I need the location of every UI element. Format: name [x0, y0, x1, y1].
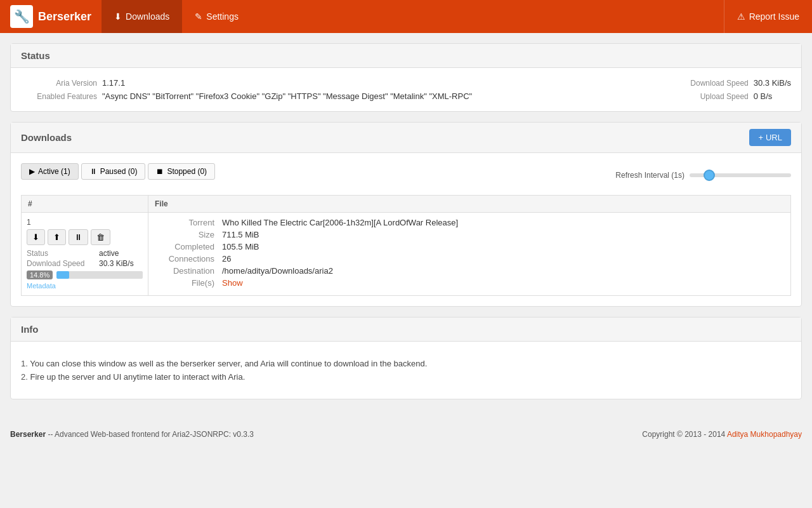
stopped-tab-icon: ⏹ [156, 167, 164, 176]
download-button[interactable]: ⬇ [27, 229, 45, 245]
refresh-interval-slider[interactable] [690, 173, 791, 177]
size-value: 711.5 MiB [222, 230, 259, 239]
status-right: Download Speed 30.3 KiB/s Upload Speed 0… [672, 78, 791, 101]
downloads-card-header: Downloads + URL [11, 123, 801, 153]
tab-paused[interactable]: ⏸ Paused (0) [81, 163, 146, 180]
refresh-interval-row: Refresh Interval (1s) [615, 171, 791, 180]
destination-value: /home/aditya/Downloads/aria2 [222, 266, 333, 276]
size-label: Size [159, 230, 222, 239]
info-item-1: You can close this window as well as the… [21, 357, 791, 370]
progress-bar-inner [56, 271, 69, 279]
completed-value: 105.5 MiB [222, 242, 259, 251]
downloads-card: Downloads + URL ▶ Active (1) ⏸ Paused (0… [10, 122, 802, 307]
main-content: Status Aria Version 1.17.1 Enabled Featu… [0, 33, 812, 420]
file-files-row: File(s) Show [159, 278, 780, 288]
file-destination-row: Destination /home/aditya/Downloads/aria2 [159, 266, 780, 276]
download-speed-label: Download Speed [672, 79, 749, 88]
footer: Berserker -- Advanced Web-based frontend… [0, 420, 812, 449]
nav-links: ⬇ Downloads ✎ Settings [102, 0, 251, 33]
dl-status-label: Status [27, 249, 96, 258]
brand-icon: 🔧 [10, 5, 33, 28]
nav-downloads-label: Downloads [126, 11, 169, 22]
progress-container: 14.8% [27, 271, 143, 279]
upload-speed-label: Upload Speed [672, 92, 749, 101]
brand-link[interactable]: 🔧 Berserker [0, 0, 102, 33]
nav-right: ⚠ Report Issue [724, 0, 812, 33]
dl-status-row: Status active [27, 249, 143, 258]
downloads-card-body: ▶ Active (1) ⏸ Paused (0) ⏹ Stopped (0) … [11, 153, 801, 306]
status-grid: Aria Version 1.17.1 Enabled Features "As… [21, 78, 791, 101]
tabs-and-refresh: ▶ Active (1) ⏸ Paused (0) ⏹ Stopped (0) … [21, 163, 791, 187]
table-row: 1 ⬇ ⬆ ⏸ 🗑 Status active [22, 213, 791, 296]
progress-bar-outer [56, 271, 143, 279]
download-right-cell: Torrent Who Killed The Electric Car[2006… [148, 213, 791, 296]
info-item-2: Fire up the server and UI anytime later … [21, 370, 791, 384]
navbar: 🔧 Berserker ⬇ Downloads ✎ Settings ⚠ Rep… [0, 0, 812, 33]
col-file-header: File [148, 196, 791, 213]
active-tab-label: Active (1) [38, 167, 70, 176]
aria-version-value: 1.17.1 [102, 78, 125, 88]
status-title: Status [21, 50, 50, 61]
footer-copyright: Copyright © 2013 - 2014 [642, 430, 727, 439]
enabled-features-label: Enabled Features [21, 92, 97, 101]
info-list: You can close this window as well as the… [21, 352, 791, 389]
nav-settings[interactable]: ✎ Settings [182, 0, 251, 33]
footer-brand: Berserker [10, 430, 46, 439]
progress-badge: 14.8% [27, 271, 53, 279]
torrent-label: Torrent [159, 218, 222, 227]
downloads-table: # File 1 ⬇ ⬆ ⏸ 🗑 [21, 195, 791, 296]
dl-speed-value: 30.3 KiB/s [99, 259, 134, 268]
file-connections-row: Connections 26 [159, 254, 780, 264]
paused-tab-icon: ⏸ [89, 167, 97, 176]
status-card: Status Aria Version 1.17.1 Enabled Featu… [10, 43, 802, 112]
downloads-table-head: # File [22, 196, 791, 213]
status-left: Aria Version 1.17.1 Enabled Features "As… [21, 78, 472, 101]
status-card-header: Status [11, 44, 801, 68]
tab-active[interactable]: ▶ Active (1) [21, 163, 79, 180]
upload-speed-value: 0 B/s [754, 91, 773, 101]
torrent-value: Who Killed The Electric Car[2006-1h32m][… [222, 218, 458, 227]
upload-button[interactable]: ⬆ [48, 229, 66, 245]
dl-speed-label: Download Speed [27, 259, 96, 268]
brand-name: Berserker [38, 10, 91, 23]
nav-downloads[interactable]: ⬇ Downloads [102, 0, 182, 33]
paused-tab-label: Paused (0) [100, 167, 138, 176]
enabled-features-value: "Async DNS" "BitTorrent" "Firefox3 Cooki… [102, 91, 472, 101]
files-show-link[interactable]: Show [222, 278, 243, 288]
download-icon: ⬇ [114, 11, 122, 22]
footer-author-link[interactable]: Aditya Mukhopadhyay [727, 430, 802, 439]
footer-tagline: -- Advanced Web-based frontend for Aria2… [46, 430, 254, 439]
status-aria-version-row: Aria Version 1.17.1 [21, 78, 472, 88]
url-button-label: URL [766, 133, 782, 142]
delete-button[interactable]: 🗑 [91, 229, 110, 245]
download-tabs: ▶ Active (1) ⏸ Paused (0) ⏹ Stopped (0) [21, 163, 215, 180]
destination-label: Destination [159, 266, 222, 276]
info-card-header: Info [11, 318, 801, 342]
downloads-table-body: 1 ⬇ ⬆ ⏸ 🗑 Status active [22, 213, 791, 296]
metadata-link[interactable]: Metadata [27, 282, 143, 290]
tab-stopped[interactable]: ⏹ Stopped (0) [148, 163, 215, 180]
connections-label: Connections [159, 254, 222, 264]
dl-speed-row: Download Speed 30.3 KiB/s [27, 259, 143, 268]
file-completed-row: Completed 105.5 MiB [159, 242, 780, 251]
dl-status-value: active [99, 249, 119, 258]
nav-report-issue[interactable]: ⚠ Report Issue [724, 0, 812, 33]
info-title: Info [21, 324, 39, 335]
active-tab-icon: ▶ [29, 167, 35, 176]
nav-report-issue-label: Report Issue [749, 11, 799, 22]
status-dl-speed-row: Download Speed 30.3 KiB/s [672, 78, 791, 88]
refresh-interval-label: Refresh Interval (1s) [615, 171, 684, 180]
aria-version-label: Aria Version [21, 79, 97, 88]
files-label: File(s) [159, 278, 222, 288]
pause-button[interactable]: ⏸ [69, 229, 88, 245]
file-size-row: Size 711.5 MiB [159, 230, 780, 239]
add-url-button[interactable]: + URL [749, 129, 791, 146]
info-card: Info You can close this window as well a… [10, 317, 802, 399]
status-card-body: Aria Version 1.17.1 Enabled Features "As… [11, 68, 801, 111]
status-features-row: Enabled Features "Async DNS" "BitTorrent… [21, 91, 472, 101]
download-speed-value: 30.3 KiB/s [754, 78, 791, 88]
info-card-body: You can close this window as well as the… [11, 342, 801, 399]
plus-icon: + [758, 133, 763, 142]
completed-label: Completed [159, 242, 222, 251]
col-num-header: # [22, 196, 148, 213]
